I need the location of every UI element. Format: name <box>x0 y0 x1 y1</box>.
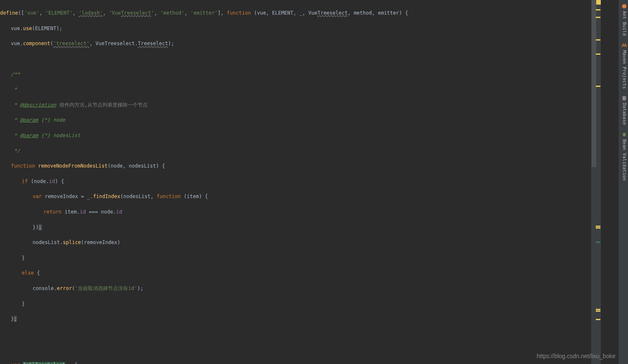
code-token: 'emitter' <box>190 10 218 16</box>
code-marker[interactable] <box>596 319 600 320</box>
code-token: } <box>22 255 25 261</box>
code-token: component <box>23 41 50 46</box>
code-token: function <box>227 10 251 16</box>
code-marker[interactable] <box>596 17 600 18</box>
tool-label: Database <box>620 103 628 125</box>
code-token: define <box>0 10 18 16</box>
code-token: ); <box>137 285 143 291</box>
code-token: , <box>185 10 190 16</box>
code-marker[interactable] <box>596 227 600 229</box>
code-marker[interactable] <box>596 9 600 10</box>
code-token: @description <box>20 102 56 108</box>
code-token: function <box>11 163 38 169</box>
analysis-indicator[interactable] <box>596 0 601 5</box>
code-token: , VueTreeselect. <box>90 41 138 46</box>
code-token: (item) { <box>184 193 208 199</box>
code-token: removeNodeFromNodesList <box>38 163 108 169</box>
code-token: (node. <box>31 178 49 184</box>
bean-icon <box>621 132 627 137</box>
svg-point-0 <box>622 4 627 9</box>
code-marker[interactable] <box>596 39 600 41</box>
code-token: @param <box>20 117 38 123</box>
code-editor[interactable]: define(['vue', 'ELEMENT', 'lodash', 'Vue… <box>0 0 591 364</box>
tool-tab-ant[interactable]: Ant Build <box>619 0 628 39</box>
code-token: Treeselect <box>138 41 168 46</box>
code-token: vue. <box>11 41 23 46</box>
code-token: var <box>33 193 45 199</box>
code-token: var <box>11 362 23 364</box>
code-token: TgElTreeSelect <box>23 362 65 364</box>
code-token: use <box>23 25 32 31</box>
code-token: splice <box>63 239 81 245</box>
code-token: if <box>22 178 31 184</box>
code-token: (vue, ELEMENT, _, VueTreeselect, method,… <box>251 10 408 16</box>
code-token: === node. <box>86 209 116 215</box>
code-token: error <box>57 285 72 291</box>
code-token: 组件内方法,从节点列表里移除一个节点 <box>56 102 147 108</box>
code-token: 'vue' <box>24 10 39 16</box>
code-token: id <box>80 209 86 215</box>
code-marker[interactable] <box>596 242 600 243</box>
code-token: (ELEMENT); <box>32 25 62 31</box>
code-token: , <box>39 10 45 16</box>
code-token: = { <box>65 362 77 364</box>
code-token: , <box>103 10 109 16</box>
code-token: * <box>11 102 20 108</box>
tool-tab-bean[interactable]: Bean Validation <box>619 128 628 184</box>
code-marker[interactable] <box>596 86 600 87</box>
tool-tab-database[interactable]: Database <box>619 92 628 128</box>
maven-icon <box>621 43 627 48</box>
tool-label: Bean Validation <box>620 139 628 181</box>
code-token: removeIndex = _. <box>45 193 93 199</box>
code-token: 'method' <box>160 10 185 16</box>
code-token: ], <box>218 10 227 16</box>
code-marker[interactable] <box>596 311 600 312</box>
code-token: else <box>22 270 37 276</box>
code-token: findIndex <box>93 193 120 199</box>
code-token: @param <box>20 132 38 138</box>
code-token: nodesList. <box>33 239 63 245</box>
code-token: , <box>72 10 78 16</box>
right-tool-panel: Ant Build Maven Projects Database Bean V… <box>618 0 628 364</box>
code-token: , <box>154 10 160 16</box>
code-token: {*} node <box>38 117 65 123</box>
tool-label: Ant Build <box>620 11 628 36</box>
code-token: /** <box>11 71 20 77</box>
code-token: ); <box>168 41 174 46</box>
scrollbar-thumb[interactable] <box>592 0 596 167</box>
code-token: (nodesList, <box>120 193 157 199</box>
watermark-text: https://blog.csdn.net/lixu_boke <box>537 352 615 360</box>
code-token: * <box>11 117 20 123</box>
code-token: vue. <box>11 25 23 31</box>
code-token: item. <box>65 209 80 215</box>
code-token: ([ <box>18 10 24 16</box>
code-token: * <box>11 87 17 92</box>
code-token: id <box>49 178 55 184</box>
code-token: ; <box>14 316 17 322</box>
code-token: '当前取消选择节点没有id' <box>75 285 137 291</box>
code-token: } <box>22 301 25 307</box>
tool-tab-maven[interactable]: Maven Projects <box>619 39 628 92</box>
code-token: function <box>156 193 184 199</box>
code-token: return <box>44 209 65 215</box>
code-token: { <box>37 270 40 276</box>
code-marker[interactable] <box>596 226 600 227</box>
database-icon <box>621 95 627 101</box>
code-token: console. <box>33 285 57 291</box>
code-token: * <box>11 132 20 138</box>
tool-label: Maven Projects <box>620 50 628 89</box>
code-token: */ <box>11 148 20 154</box>
code-marker[interactable] <box>596 53 600 55</box>
code-token: id <box>116 209 122 215</box>
code-token: 'ELEMENT' <box>45 10 72 16</box>
cursor-position: ; <box>38 224 41 230</box>
code-marker[interactable] <box>596 309 600 310</box>
code-token: }) <box>33 224 38 230</box>
code-token: {*} nodesList <box>38 132 80 138</box>
ant-icon <box>621 3 627 9</box>
vertical-scrollbar[interactable] <box>591 0 601 364</box>
code-token: 'lodash' <box>79 10 103 16</box>
code-token: (removeIndex) <box>81 239 120 245</box>
code-token: 'treeselect' <box>53 41 90 46</box>
code-token: 'VueTreeselect' <box>109 10 154 16</box>
